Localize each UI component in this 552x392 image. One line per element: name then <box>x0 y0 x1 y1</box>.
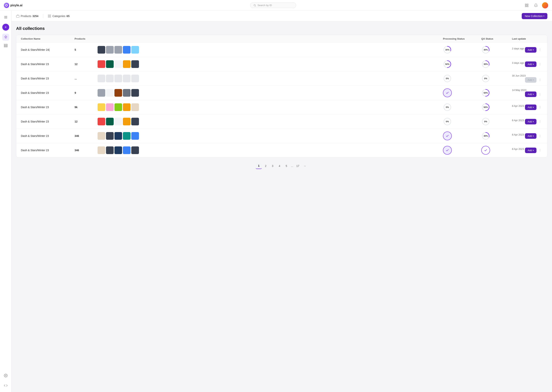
collection-name-cell: Dash & Stars/Winter 23 <box>21 91 74 94</box>
add-button-5[interactable]: Add ▾ <box>525 119 537 124</box>
code-icon <box>4 384 8 387</box>
page-next-button[interactable]: → <box>302 163 308 169</box>
add-button-3[interactable]: Add ▾ <box>525 91 537 97</box>
processing-status-cell: 50% <box>443 60 481 69</box>
sidebar-item-collections[interactable] <box>2 42 9 49</box>
svg-rect-15 <box>48 15 49 16</box>
qa-status-cell: 50% <box>481 88 512 97</box>
products-count-cell: 9 <box>74 91 98 94</box>
last-update-cell: 8 Apr 2023 Add ▾ <box>512 147 543 153</box>
last-update-cell: 30 Jun 2023 Add ▾ <box>512 74 543 83</box>
page-dots: ... <box>290 164 294 168</box>
more-options-button-4[interactable] <box>537 105 543 110</box>
processing-status-cell: 30% <box>443 45 481 54</box>
table-row: Dash & Stars/Winter 23 12 50% 30% 3 days… <box>16 57 547 71</box>
products-count-cell: 9k <box>74 106 98 109</box>
home-icon <box>4 35 8 39</box>
user-avatar[interactable] <box>542 2 548 8</box>
thumbnail <box>106 89 114 97</box>
progress-circle: 30% <box>443 45 452 54</box>
more-options-button-7[interactable] <box>537 147 543 153</box>
table-row: Dash & Stars/Winter 23 9k 0% 50% 8 Apr 2… <box>16 100 547 114</box>
progress-circle: 50% <box>443 60 452 69</box>
progress-circle: 30% <box>481 132 490 140</box>
page-17-button[interactable]: 17 <box>295 163 301 169</box>
add-button-0[interactable]: Add ▾ <box>525 47 537 53</box>
qa-status-cell: 0% <box>481 74 512 83</box>
collection-name-cell: Dash & Stars/Winter 23 <box>21 134 74 137</box>
more-options-button-5[interactable] <box>537 119 543 124</box>
header-products: Products <box>74 37 98 40</box>
sidebar-item-settings[interactable] <box>2 372 9 379</box>
thumbnails-cell <box>98 132 443 140</box>
thumbnail <box>131 103 139 111</box>
svg-point-31 <box>540 64 540 64</box>
add-button-6[interactable]: Add ▾ <box>525 133 537 139</box>
thumbnail <box>123 132 131 140</box>
svg-point-14 <box>5 375 6 376</box>
processing-status-cell <box>443 146 481 155</box>
thumbnail <box>123 118 131 125</box>
table-body: Dash & Stars/Winter 24| 5 30% 30% 2 days… <box>16 43 547 157</box>
page-3-button[interactable]: 3 <box>269 163 276 169</box>
thumbnail <box>131 46 139 54</box>
thumbnail <box>98 46 105 54</box>
sidebar-item-home[interactable] <box>2 34 9 41</box>
progress-circle: 0% <box>481 117 490 126</box>
thumbnail <box>106 147 114 154</box>
progress-circle: 0% <box>443 103 452 112</box>
collection-name-cell: Dash & Stars/Winter 24| <box>21 48 74 51</box>
collection-name-cell: Dash & Stars/Winter 23 <box>21 120 74 123</box>
svg-point-42 <box>540 93 540 94</box>
sidebar-item-code[interactable] <box>2 382 9 389</box>
new-collection-label: New Collection <box>525 14 543 18</box>
page-1-button[interactable]: 1 <box>256 163 262 169</box>
processing-status-cell <box>443 132 481 140</box>
more-options-button-3[interactable] <box>537 92 543 97</box>
processing-status-cell: 0% <box>443 103 481 112</box>
more-options-button-0[interactable] <box>537 47 543 52</box>
last-update-cell: 8 Apr 2023 Add ▾ <box>512 105 543 110</box>
products-toolbar-item[interactable]: Products 3254 <box>16 14 38 18</box>
products-count-cell: 5 <box>74 48 98 51</box>
hamburger-menu[interactable] <box>2 14 9 21</box>
products-count-cell: 12 <box>74 63 98 66</box>
search-icon <box>253 4 256 7</box>
library-icon[interactable] <box>524 2 530 8</box>
progress-circle: 0% <box>443 74 452 83</box>
thumbnail <box>114 60 122 68</box>
thumbnails-cell <box>98 75 443 82</box>
top-nav: pixyle.ai Search by ID <box>0 0 552 11</box>
thumbnail <box>123 89 131 97</box>
search-bar[interactable]: Search by ID <box>250 2 296 8</box>
collections-table: Collection Name Products Processing Stat… <box>16 35 547 158</box>
svg-rect-11 <box>4 44 7 45</box>
page-5-button[interactable]: 5 <box>283 163 290 169</box>
add-button[interactable]: + <box>2 24 9 31</box>
qa-status-cell: 30% <box>481 132 512 140</box>
categories-toolbar-item[interactable]: Categories 65 <box>48 14 69 18</box>
svg-point-44 <box>540 95 540 95</box>
thumbnail <box>123 147 131 154</box>
new-collection-button[interactable]: New Collection ▾ <box>522 13 547 19</box>
page-2-button[interactable]: 2 <box>262 163 269 169</box>
more-options-button-6[interactable] <box>537 133 543 139</box>
products-count-cell: 12 <box>74 120 98 123</box>
add-button-1[interactable]: Add ▾ <box>525 62 537 67</box>
header-last-update: Last update <box>512 37 543 40</box>
progress-circle: 0% <box>481 74 490 83</box>
products-label: Products <box>21 14 31 18</box>
products-count-cell: 346 <box>74 134 98 137</box>
thumbnail <box>98 89 105 97</box>
thumbnails-cell <box>98 60 443 68</box>
more-options-button-1[interactable] <box>537 62 543 67</box>
page-4-button[interactable]: 4 <box>276 163 283 169</box>
add-button-4[interactable]: Add ▾ <box>525 105 537 110</box>
brand-name: pixyle.ai <box>10 4 22 7</box>
qa-check-circle <box>481 146 490 155</box>
bell-icon[interactable] <box>533 2 539 8</box>
thumbnail <box>106 60 114 68</box>
page-title: All collections <box>16 26 547 31</box>
add-button-7[interactable]: Add ▾ <box>525 147 537 153</box>
svg-point-39 <box>540 81 540 81</box>
